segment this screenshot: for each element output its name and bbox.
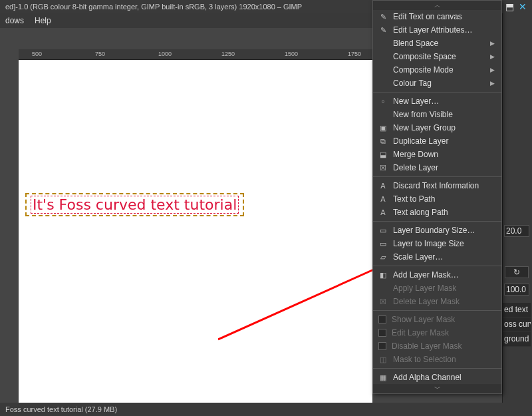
menu-add-alpha[interactable]: ▦Add Alpha Channel xyxy=(373,371,501,384)
folder-icon: ▣ xyxy=(378,123,388,132)
menu-separator xyxy=(373,221,501,222)
text-icon: A xyxy=(378,181,388,190)
duplicate-icon: ⧉ xyxy=(378,136,388,146)
chevron-right-icon: ▶ xyxy=(490,80,495,87)
checkbox-icon xyxy=(378,342,386,350)
menu-disable-mask: Disable Layer Mask xyxy=(373,339,501,353)
delete-icon: ☒ xyxy=(378,163,388,172)
menu-scale-layer[interactable]: ▱Scale Layer… xyxy=(373,250,501,264)
menu-separator xyxy=(373,310,501,311)
canvas[interactable]: It's Foss curved text tutorial xyxy=(19,60,372,403)
layer-row[interactable]: ed text xyxy=(503,303,531,317)
text-icon: A xyxy=(378,208,388,217)
menu-scroll-up-icon[interactable]: ︿ xyxy=(373,1,501,10)
status-text: Foss curved text tutorial (27.9 MB) xyxy=(5,405,117,413)
menu-apply-mask: Apply Layer Mask xyxy=(373,282,501,295)
text-selection: It's Foss curved text tutorial xyxy=(31,196,239,214)
chevron-right-icon: ▶ xyxy=(490,40,495,47)
menu-discard-text[interactable]: ADiscard Text Information xyxy=(373,179,501,192)
resize-icon: ▭ xyxy=(378,226,388,235)
menu-separator xyxy=(373,92,501,93)
checkbox-icon xyxy=(378,315,386,323)
menu-blend-space[interactable]: Blend Space▶ xyxy=(373,37,501,50)
menu-edit-mask: Edit Layer Mask xyxy=(373,326,501,339)
status-bar: Foss curved text tutorial (27.9 MB) xyxy=(0,403,532,416)
menu-windows[interactable]: dows xyxy=(5,16,24,25)
menu-edit-attrs[interactable]: ✎Edit Layer Attributes… xyxy=(373,23,501,37)
menu-edit-text[interactable]: ✎Edit Text on canvas xyxy=(373,10,501,23)
menu-colour-tag[interactable]: Colour Tag▶ xyxy=(373,77,501,90)
menu-mask-to-selection: ◫Mask to Selection xyxy=(373,353,501,366)
menu-new-layer[interactable]: ▫New Layer… xyxy=(373,95,501,108)
menu-show-mask: Show Layer Mask xyxy=(373,313,501,326)
alpha-icon: ▦ xyxy=(378,373,388,382)
menu-boundary-size[interactable]: ▭Layer Boundary Size… xyxy=(373,224,501,237)
mask-icon: ◧ xyxy=(378,270,388,280)
annotation-arrow-icon xyxy=(218,260,391,346)
edit-icon: ✎ xyxy=(378,12,388,21)
menu-separator xyxy=(373,266,501,266)
chevron-right-icon: ▶ xyxy=(490,53,495,60)
layer-row[interactable]: oss curve xyxy=(503,317,531,332)
menu-add-mask[interactable]: ◧Add Layer Mask… xyxy=(373,268,501,282)
maximize-icon[interactable]: ⬒ xyxy=(505,3,513,11)
menu-duplicate[interactable]: ⧉Duplicate Layer xyxy=(373,134,501,148)
menu-scroll-down-icon[interactable]: ﹀ xyxy=(373,384,501,393)
menu-delete-layer[interactable]: ☒Delete Layer xyxy=(373,161,501,174)
menu-delete-mask: ☒Delete Layer Mask xyxy=(373,295,501,308)
checkbox-icon xyxy=(378,329,386,337)
opacity-input[interactable]: 100.0 xyxy=(504,284,529,296)
layers-panel[interactable]: ed text oss curve ground xyxy=(503,303,531,347)
menu-merge-down[interactable]: ⬓Merge Down xyxy=(373,148,501,161)
menu-text-along-path[interactable]: AText along Path xyxy=(373,206,501,219)
window-title: ed]-1.0 (RGB colour 8-bit gamma integer,… xyxy=(5,3,302,11)
menu-separator xyxy=(373,368,501,369)
fit-icon: ▭ xyxy=(378,239,388,248)
menu-composite-space[interactable]: Composite Space▶ xyxy=(373,50,501,63)
selection-icon: ◫ xyxy=(378,355,388,364)
brush-size-input[interactable]: 20.0 xyxy=(504,225,529,237)
menu-layer-to-image[interactable]: ▭Layer to Image Size xyxy=(373,237,501,250)
chevron-right-icon: ▶ xyxy=(490,67,495,73)
close-icon[interactable]: ✕ xyxy=(519,3,527,11)
menu-composite-mode[interactable]: Composite Mode▶ xyxy=(373,63,501,77)
scale-icon: ▱ xyxy=(378,252,388,262)
menu-new-group[interactable]: ▣New Layer Group xyxy=(373,121,501,134)
svg-line-0 xyxy=(218,266,381,339)
text-layer-bounds[interactable]: It's Foss curved text tutorial xyxy=(25,193,244,216)
layer-row[interactable]: ground xyxy=(503,332,531,347)
rotate-icon[interactable]: ↻ xyxy=(505,266,529,278)
delete-icon: ☒ xyxy=(378,297,388,306)
layer-context-menu: ︿ ✎Edit Text on canvas ✎Edit Layer Attri… xyxy=(372,0,502,394)
ruler-horizontal: 500 750 1000 1250 1500 1750 xyxy=(19,49,372,60)
menu-help[interactable]: Help xyxy=(35,16,51,25)
menu-new-visible[interactable]: New from Visible xyxy=(373,108,501,121)
canvas-area: 500 750 1000 1250 1500 1750 It's Foss cu… xyxy=(0,28,372,403)
menu-separator xyxy=(373,176,501,177)
edit-icon: ✎ xyxy=(378,25,388,35)
merge-icon: ⬓ xyxy=(378,150,388,159)
menu-text-to-path[interactable]: AText to Path xyxy=(373,192,501,206)
new-icon: ▫ xyxy=(378,97,388,106)
text-icon: A xyxy=(378,194,388,204)
canvas-text: It's Foss curved text tutorial xyxy=(33,196,237,213)
